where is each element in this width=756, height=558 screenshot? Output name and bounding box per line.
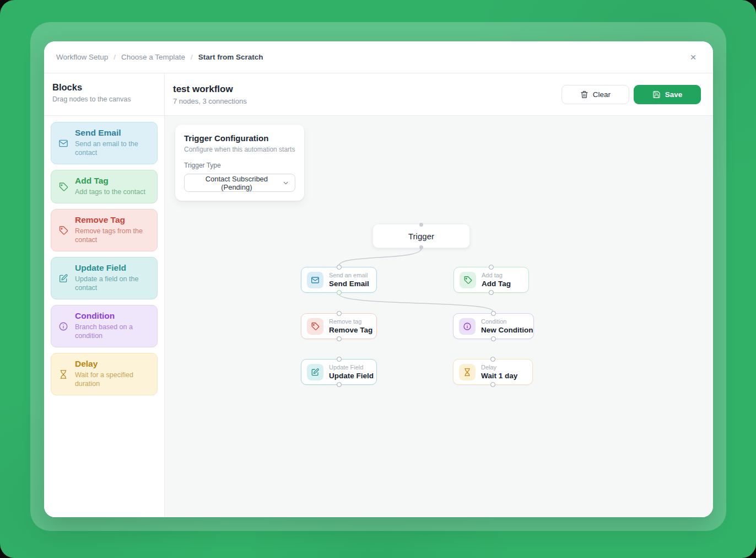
node-title: New Condition — [481, 326, 533, 334]
connection-handle-bottom[interactable] — [490, 382, 495, 387]
workflow-title-group: test workflow 7 nodes, 3 connections — [173, 84, 247, 105]
breadcrumb: Workflow Setup / Choose a Template / Sta… — [56, 53, 263, 61]
node-text: Send an email Send Email — [329, 272, 369, 288]
workflow-meta: 7 nodes, 3 connections — [173, 97, 247, 105]
close-button[interactable]: × — [685, 50, 701, 65]
node-wait-1-day[interactable]: Delay Wait 1 day — [453, 359, 533, 385]
breadcrumb-separator: / — [191, 53, 193, 61]
modal-body: Blocks Drag nodes to the canvas Send Ema… — [44, 73, 713, 517]
node-text: Add tag Add Tag — [482, 272, 511, 288]
node-subtitle: Add tag — [482, 272, 511, 278]
block-description: Add tags to the contact — [75, 187, 145, 196]
connection-handle-top[interactable] — [491, 311, 496, 316]
node-title: Trigger — [408, 232, 434, 241]
clear-button[interactable]: Clear — [561, 85, 629, 104]
workflow-canvas[interactable]: Trigger Configuration Configure when thi… — [165, 116, 713, 517]
trigger-configuration-panel: Trigger Configuration Configure when thi… — [175, 125, 304, 201]
node-new-condition[interactable]: Condition New Condition — [453, 313, 534, 339]
blocks-sidebar: Blocks Drag nodes to the canvas Send Ema… — [44, 73, 165, 517]
panel-title: Trigger Configuration — [184, 133, 295, 143]
tag-icon — [307, 318, 323, 335]
block-title: Send Email — [75, 128, 150, 138]
node-send-email[interactable]: Send an email Send Email — [301, 267, 377, 293]
node-subtitle: Remove tag — [329, 318, 372, 325]
block-condition[interactable]: Condition Branch based on a condition — [51, 305, 158, 347]
connection-handle-bottom[interactable] — [491, 336, 496, 341]
info-icon — [459, 318, 476, 335]
node-subtitle: Condition — [481, 318, 533, 325]
sidebar-subtitle: Drag nodes to the canvas — [52, 95, 156, 103]
sidebar-header: Blocks Drag nodes to the canvas — [44, 73, 164, 116]
node-subtitle: Send an email — [329, 272, 369, 278]
node-title: Remove Tag — [329, 326, 372, 334]
workflow-title: test workflow — [173, 84, 247, 95]
connection-handle-bottom[interactable] — [419, 245, 423, 249]
block-description: Remove tags from the contact — [75, 227, 150, 244]
block-title: Remove Tag — [75, 215, 150, 225]
envelope-icon — [307, 272, 323, 288]
canvas-toolbar: test workflow 7 nodes, 3 connections Cle… — [165, 73, 713, 116]
save-icon — [652, 90, 661, 99]
connection-handle-top[interactable] — [489, 265, 494, 270]
node-text: Remove tag Remove Tag — [329, 318, 372, 334]
breadcrumb-item-choose-template[interactable]: Choose a Template — [121, 53, 185, 61]
modal-header: Workflow Setup / Choose a Template / Sta… — [44, 41, 713, 73]
block-description: Send an email to the contact — [75, 140, 150, 157]
clear-label: Clear — [593, 90, 611, 99]
breadcrumb-item-workflow-setup[interactable]: Workflow Setup — [56, 53, 108, 61]
block-title: Delay — [75, 359, 150, 369]
node-title: Update Field — [329, 372, 374, 380]
tag-icon — [58, 182, 68, 192]
connection-handle-bottom[interactable] — [337, 382, 342, 387]
block-add-tag[interactable]: Add Tag Add tags to the contact — [51, 170, 158, 203]
block-update-field[interactable]: Update Field Update a field on the conta… — [51, 257, 158, 299]
main-panel: test workflow 7 nodes, 3 connections Cle… — [165, 73, 713, 517]
tag-icon — [58, 226, 68, 235]
connection-handle-top[interactable] — [490, 357, 495, 362]
edge-send-email-to-condition — [339, 294, 493, 312]
save-label: Save — [665, 90, 683, 99]
sidebar-title: Blocks — [52, 82, 156, 93]
save-button[interactable]: Save — [634, 85, 701, 104]
block-remove-tag[interactable]: Remove Tag Remove tags from the contact — [51, 209, 158, 251]
node-text: Delay Wait 1 day — [481, 364, 517, 380]
node-text: Update Field Update Field — [329, 364, 374, 380]
edit-icon — [58, 273, 68, 283]
node-trigger[interactable]: Trigger — [372, 224, 470, 248]
hourglass-icon — [459, 364, 476, 380]
trigger-type-label: Trigger Type — [184, 162, 295, 169]
connection-handle-bottom[interactable] — [337, 336, 342, 341]
connection-handle-bottom[interactable] — [337, 290, 342, 295]
block-description: Wait for a specified duration — [75, 371, 150, 388]
page-background: Workflow Setup / Choose a Template / Sta… — [0, 0, 756, 558]
connection-handle-top[interactable] — [337, 265, 342, 270]
node-subtitle: Update Field — [329, 364, 374, 371]
info-icon — [58, 321, 68, 331]
block-delay[interactable]: Delay Wait for a specified duration — [51, 353, 158, 395]
hourglass-icon — [58, 369, 68, 379]
block-send-email[interactable]: Send Email Send an email to the contact — [51, 122, 158, 164]
toolbar-actions: Clear Save — [561, 85, 701, 104]
node-text: Condition New Condition — [481, 318, 533, 334]
breadcrumb-item-start-from-scratch: Start from Scratch — [198, 53, 263, 61]
connection-handle-bottom[interactable] — [489, 290, 494, 295]
block-title: Condition — [75, 311, 150, 321]
block-description: Update a field on the contact — [75, 275, 150, 292]
trash-icon — [580, 90, 588, 99]
node-update-field[interactable]: Update Field Update Field — [301, 359, 377, 385]
block-title: Update Field — [75, 263, 150, 273]
trigger-type-select[interactable]: Contact Subscribed (Pending) — [184, 174, 295, 192]
connection-handle-top[interactable] — [337, 357, 342, 362]
connection-handle-top[interactable] — [337, 311, 342, 316]
tag-icon — [460, 272, 476, 288]
block-title: Add Tag — [75, 176, 145, 186]
node-remove-tag[interactable]: Remove tag Remove Tag — [301, 313, 377, 339]
node-title: Wait 1 day — [481, 372, 517, 380]
panel-subtitle: Configure when this automation starts — [184, 146, 295, 153]
node-add-tag[interactable]: Add tag Add Tag — [453, 267, 529, 293]
connection-handle-top[interactable] — [419, 223, 423, 227]
edge-trigger-to-send-email — [339, 248, 422, 266]
node-title: Send Email — [329, 280, 369, 288]
envelope-icon — [58, 138, 68, 148]
edit-icon — [307, 364, 323, 380]
